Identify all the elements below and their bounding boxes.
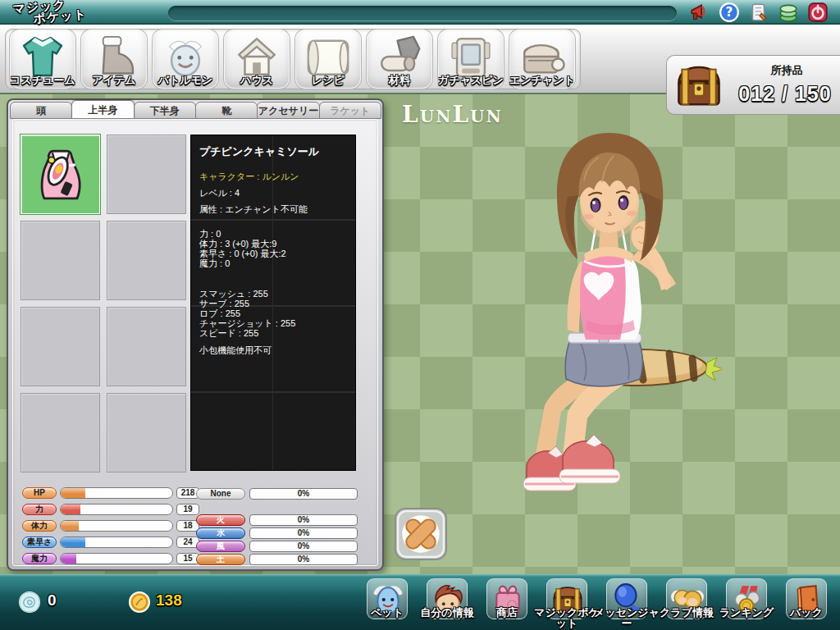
stat-fill: [61, 554, 76, 564]
item-slot-2[interactable]: [107, 135, 186, 214]
item-base-stat: 体力 : 3 (+0) 最大:9: [199, 239, 347, 249]
element-value-track: 0%: [249, 488, 358, 500]
toolbar-tab-label: ハウス: [220, 73, 294, 88]
toolbar-tab-1[interactable]: コスチューム: [10, 30, 75, 89]
stat-fill: [61, 521, 79, 531]
stat-track: [60, 553, 173, 564]
close-button[interactable]: [394, 505, 448, 563]
item-slot-1[interactable]: [21, 135, 100, 214]
item-attribute: 属性 : エンチャント不可能: [199, 201, 347, 217]
item-tennis-stat: スピード : 255: [199, 328, 347, 338]
toolbar-tab-8[interactable]: エンチャント: [509, 30, 575, 89]
panel-tab-1[interactable]: 頭: [10, 102, 72, 119]
element-bar-風: 風0%: [196, 541, 358, 552]
item-level: レベル : 4: [199, 185, 347, 201]
item-tennis-stat: ロブ : 255: [199, 308, 347, 318]
bottom-button-8[interactable]: [786, 578, 827, 619]
shorts: [565, 333, 642, 386]
toolbar-tab-label: 材料: [363, 73, 436, 88]
element-label-pill: 風: [196, 541, 245, 552]
stat-track: [60, 536, 173, 548]
toolbar-tab-5[interactable]: レシピ: [295, 30, 361, 89]
item-slot-4[interactable]: [107, 221, 186, 300]
stat-label-pill: 素早さ: [22, 536, 57, 548]
memo-icon[interactable]: [748, 2, 769, 23]
title-bar-inset: [168, 6, 677, 21]
inventory-count: 012 / 150: [728, 82, 840, 106]
bottom-bar: 0 138 ペット自分の情報商店マジックポケットメッセンジャークラブ情報ランキン…: [0, 574, 840, 630]
main-stage: LunLun: [0, 94, 840, 574]
chips-icon[interactable]: [778, 2, 799, 23]
toolbar-tab-7[interactable]: ガチャスピン: [438, 30, 504, 89]
bottom-button-1[interactable]: [367, 578, 408, 619]
item-detail-panel: プチピンクキャミソールキャラクター : ルンルンレベル : 4属性 : エンチャ…: [190, 135, 356, 471]
element-bar-土: 土0%: [196, 554, 358, 565]
item-base-stat: 素早さ : 0 (+0) 最大:2: [199, 249, 347, 258]
bottom-button-3[interactable]: [486, 578, 527, 619]
item-slot-7[interactable]: [21, 393, 100, 472]
toolbar-tabs: コスチュームアイテムバトルモンハウスレシピ材料ガチャスピンエンチャント: [10, 30, 575, 89]
stat-bar-魔力: 魔力15: [22, 553, 199, 564]
element-label-pill: 土: [196, 554, 245, 565]
stat-track: [60, 487, 173, 499]
item-slot-8[interactable]: [107, 393, 186, 472]
power-icon[interactable]: [807, 2, 829, 23]
toolbar-tab-label: エンチャント: [505, 73, 579, 88]
stat-value: 19: [176, 504, 199, 515]
toolbar-tab-6[interactable]: 材料: [367, 30, 432, 89]
element-bar-None: None0%: [196, 488, 358, 500]
stat-bar-体力: 体力18: [22, 520, 199, 532]
detail-gap: [199, 338, 347, 345]
chest-icon: [673, 60, 724, 111]
detail-gap: [199, 268, 347, 289]
item-tennis-stat: チャージショット : 255: [199, 318, 347, 328]
stat-fill: [61, 488, 85, 498]
character-model: [476, 123, 722, 517]
stat-track: [60, 520, 173, 532]
gold-coin-icon: [128, 591, 151, 614]
stat-track: [60, 504, 173, 515]
panel-tab-2[interactable]: 上半身: [71, 100, 134, 119]
stat-bar-力: 力19: [22, 504, 199, 515]
bottom-button-6[interactable]: [666, 578, 707, 619]
bottom-button-2[interactable]: [427, 578, 468, 619]
item-slot-3[interactable]: [21, 221, 100, 300]
item-slot-6[interactable]: [107, 307, 186, 386]
inventory-panel: 所持品 012 / 150: [666, 55, 840, 115]
stat-label-pill: 体力: [22, 520, 57, 532]
panel-tab-3[interactable]: 下半身: [134, 102, 196, 119]
game-window: マジック ポケット ? コスチュームアイテムバトルモンハウスレシピ材料ガチャスピ…: [0, 0, 840, 630]
toolbar-tab-2[interactable]: アイテム: [81, 30, 147, 89]
detail-gap: [199, 217, 347, 229]
element-label-pill: None: [196, 488, 245, 500]
megaphone-icon[interactable]: [689, 2, 710, 23]
element-value-track: 0%: [249, 527, 358, 539]
toolbar-tab-4[interactable]: ハウス: [224, 30, 290, 89]
bottom-button-5[interactable]: [606, 578, 647, 619]
element-bar-水: 水0%: [196, 527, 358, 539]
toolbar-tab-label: アイテム: [77, 73, 151, 88]
game-logo-line2: ポケット: [33, 8, 87, 25]
title-bar: マジック ポケット ?: [0, 0, 840, 25]
bottom-button-7[interactable]: [726, 578, 767, 619]
item-slot-5[interactable]: [21, 307, 100, 386]
panel-tab-4[interactable]: 靴: [195, 102, 258, 119]
game-logo: マジック ポケット: [12, 0, 88, 26]
panel-tab-5[interactable]: アクセサリー: [257, 102, 319, 119]
stat-fill: [61, 504, 80, 514]
title-bar-icons: ?: [689, 2, 829, 23]
toolbar-tab-3[interactable]: バトルモン: [153, 30, 218, 89]
blue-coin-icon: [18, 591, 41, 614]
equipment-panel: 頭上半身下半身靴アクセサリーラケット プチピンクキャミソールキャラクター : ル…: [7, 98, 384, 571]
item-name: プチピンクキャミソール: [199, 145, 347, 158]
help-icon[interactable]: ?: [719, 2, 740, 23]
element-bar-火: 火0%: [196, 514, 358, 526]
toolbar-tab-label: レシピ: [291, 73, 365, 88]
item-character: キャラクター : ルンルン: [199, 168, 347, 185]
stat-fill: [61, 537, 85, 547]
panel-tab-6[interactable]: ラケット: [319, 102, 381, 119]
stat-label-pill: 力: [22, 504, 57, 515]
gold-currency-value: 138: [156, 591, 182, 609]
bottom-button-4[interactable]: [546, 578, 587, 619]
element-value-track: 0%: [249, 541, 358, 552]
